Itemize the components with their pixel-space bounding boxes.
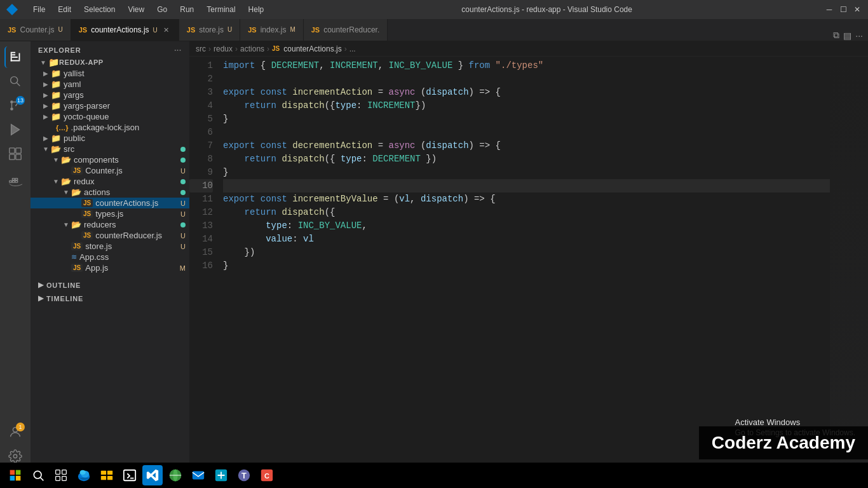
sidebar-item-yaml[interactable]: ▶ 📁 yaml xyxy=(31,79,189,90)
timeline-arrow-icon: ▶ xyxy=(38,294,44,302)
outline-section[interactable]: ▶ OUTLINE xyxy=(31,278,189,292)
svg-point-23 xyxy=(13,454,17,458)
svg-rect-39 xyxy=(101,476,106,480)
folder-closed-icon: 📁 xyxy=(51,90,61,100)
taskbar-mail[interactable] xyxy=(188,465,208,485)
taskbar-browser[interactable] xyxy=(165,465,186,485)
menu-terminal[interactable]: Terminal xyxy=(201,4,240,15)
svg-rect-38 xyxy=(107,471,112,475)
taskbar-edge[interactable] xyxy=(74,465,94,485)
menu-edit[interactable]: Edit xyxy=(53,4,76,15)
tab-label: index.js xyxy=(261,25,287,34)
tab-counteractions[interactable]: JS counterActions.js U ✕ xyxy=(71,19,179,41)
tab-counter[interactable]: JS Counter.js U xyxy=(0,19,71,41)
breadcrumb-more[interactable]: ... xyxy=(349,44,356,53)
sidebar-item-yallist[interactable]: ▶ 📁 yallist xyxy=(31,68,189,79)
taskbar-vscode[interactable] xyxy=(142,465,163,485)
sidebar-item-src[interactable]: ▼ 📂 src xyxy=(31,144,189,154)
svg-rect-33 xyxy=(62,477,67,481)
sidebar-item-redux[interactable]: ▼ 📂 redux xyxy=(31,176,189,187)
activity-source-control[interactable]: 13 xyxy=(4,95,26,116)
expand-arrow-icon: ▼ xyxy=(61,221,71,228)
tab-modified: U xyxy=(227,26,232,33)
sidebar-item-reducers[interactable]: ▼ 📂 reducers xyxy=(31,219,189,230)
sidebar-item-app-css[interactable]: ≋ App.css xyxy=(31,252,189,262)
file-label: App.js xyxy=(85,263,180,273)
sidebar-item-yargs[interactable]: ▶ 📁 yargs xyxy=(31,90,189,100)
tab-store[interactable]: JS store.js U xyxy=(179,19,240,41)
sidebar-item-yargs-parser[interactable]: ▶ 📁 yargs-parser xyxy=(31,100,189,111)
activity-search[interactable] xyxy=(4,71,26,92)
menu-view[interactable]: View xyxy=(123,4,149,15)
minimize-button[interactable]: ─ xyxy=(825,5,834,14)
modified-letter: U xyxy=(180,243,186,250)
activity-run[interactable] xyxy=(4,119,26,140)
svg-rect-32 xyxy=(56,477,60,481)
tab-icon: JS xyxy=(311,26,320,34)
menu-help[interactable]: Help xyxy=(243,4,269,15)
close-button[interactable]: ✕ xyxy=(853,5,862,14)
split-editor-icon[interactable]: ⧉ xyxy=(833,30,839,41)
tab-counterreducer[interactable]: JS counterReducer. xyxy=(304,19,388,41)
folder-label: redux xyxy=(74,177,180,186)
sidebar-item-package-lock[interactable]: {…} .package-lock.json xyxy=(31,122,189,133)
tab-index[interactable]: JS index.js M xyxy=(240,19,304,41)
activity-accounts[interactable]: 1 xyxy=(4,421,26,443)
folder-closed-icon: 📁 xyxy=(51,101,61,111)
taskbar-search[interactable] xyxy=(28,465,48,485)
js-file-icon: JS xyxy=(81,199,93,207)
menu-go[interactable]: Go xyxy=(152,4,172,15)
sidebar-more-icon[interactable]: ··· xyxy=(174,46,182,54)
taskbar-app2[interactable]: T xyxy=(234,465,254,485)
layout-icon[interactable]: ▤ xyxy=(843,30,851,41)
breadcrumb-sep: › xyxy=(235,44,238,53)
menu-run[interactable]: Run xyxy=(175,4,199,15)
svg-point-8 xyxy=(10,107,13,111)
tree-root[interactable]: ▼ 📁 REDUX-APP xyxy=(31,57,189,68)
breadcrumb-filename[interactable]: counterActions.js xyxy=(283,44,341,53)
taskbar-app1[interactable] xyxy=(211,465,231,485)
sidebar-item-counterreducer-js[interactable]: JS counterReducer.js U xyxy=(31,230,189,241)
sidebar: EXPLORER ··· ▼ 📁 REDUX-APP ▶ 📁 yallist ▶… xyxy=(31,41,189,472)
sidebar-item-app-js[interactable]: JS App.js M xyxy=(31,262,189,273)
svg-point-6 xyxy=(11,77,18,84)
maximize-button[interactable]: ☐ xyxy=(839,5,848,14)
sidebar-item-types-js[interactable]: JS types.js U xyxy=(31,208,189,219)
taskbar-terminal[interactable] xyxy=(119,465,140,485)
breadcrumb-redux[interactable]: redux xyxy=(214,44,233,53)
svg-rect-18 xyxy=(12,180,15,182)
sidebar-item-counteractions-js[interactable]: JS counterActions.js U xyxy=(31,198,189,208)
sidebar-item-public[interactable]: ▶ 📁 public xyxy=(31,133,189,144)
css-file-icon: ≋ xyxy=(71,253,77,261)
taskbar-task-view[interactable] xyxy=(51,465,71,485)
menu-file[interactable]: File xyxy=(28,4,50,15)
folder-label: actions xyxy=(84,187,180,197)
more-icon[interactable]: ··· xyxy=(855,30,863,41)
sidebar-item-actions[interactable]: ▼ 📂 actions xyxy=(31,187,189,198)
activity-extensions[interactable] xyxy=(4,143,26,165)
activity-docker[interactable] xyxy=(4,172,26,194)
taskbar-start[interactable] xyxy=(5,465,25,485)
timeline-section[interactable]: ▶ TIMELINE xyxy=(31,292,189,305)
breadcrumb-actions[interactable]: actions xyxy=(240,44,264,53)
sidebar-item-store-js[interactable]: JS store.js U xyxy=(31,241,189,252)
activity-explorer[interactable] xyxy=(4,46,26,68)
sidebar-item-components[interactable]: ▼ 📂 components xyxy=(31,154,189,165)
svg-rect-4 xyxy=(12,54,15,55)
sidebar-item-yocto-queue[interactable]: ▶ 📁 yocto-queue xyxy=(31,111,189,122)
activity-bar: 13 1 xyxy=(0,41,31,472)
breadcrumb-src[interactable]: src xyxy=(196,44,206,53)
taskbar-explorer[interactable] xyxy=(97,465,117,485)
modified-letter: U xyxy=(180,232,186,240)
code-editor[interactable]: 1 2 3 4 5 6 7 8 9 10 11 12 13 14 15 16 i… xyxy=(189,57,868,472)
svg-rect-0 xyxy=(11,52,15,53)
taskbar-app3[interactable]: C xyxy=(257,465,277,485)
code-content[interactable]: import { DECREMENT, INCREMENT, INC_BY_VA… xyxy=(218,59,830,472)
folder-label: components xyxy=(74,155,180,165)
modified-indicator xyxy=(180,147,186,152)
menu-bar: File Edit Selection View Go Run Terminal… xyxy=(28,4,269,15)
tab-close-button[interactable]: ✕ xyxy=(161,25,171,36)
svg-point-10 xyxy=(10,100,13,104)
sidebar-item-counter-js[interactable]: JS Counter.js U xyxy=(31,165,189,176)
menu-selection[interactable]: Selection xyxy=(79,4,120,15)
